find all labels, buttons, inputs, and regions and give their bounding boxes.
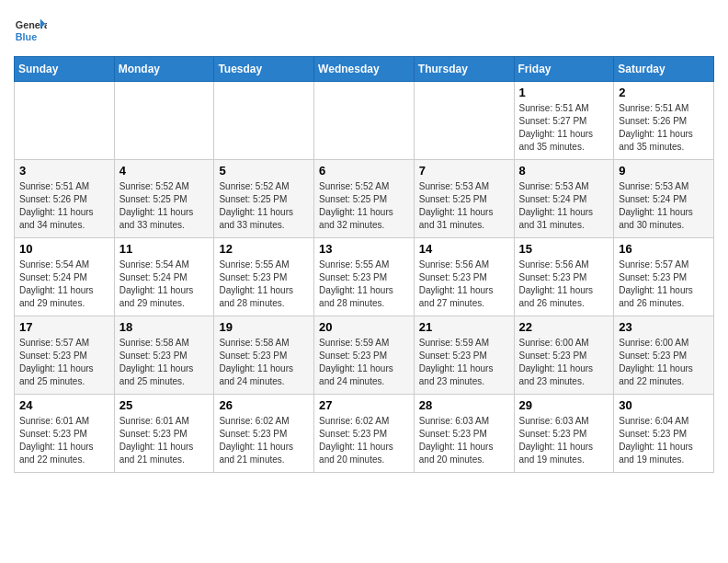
day-info: Sunrise: 5:57 AM Sunset: 5:23 PM Dayligh… [19,337,109,388]
calendar-cell [214,82,314,160]
weekday-header-friday: Friday [514,57,614,82]
weekday-header-saturday: Saturday [614,57,714,82]
calendar-cell: 13Sunrise: 5:55 AM Sunset: 5:23 PM Dayli… [314,238,415,316]
calendar-cell [114,82,214,160]
calendar-week-5: 24Sunrise: 6:01 AM Sunset: 5:23 PM Dayli… [15,395,714,473]
weekday-header-tuesday: Tuesday [214,57,314,82]
day-info: Sunrise: 5:57 AM Sunset: 5:23 PM Dayligh… [619,259,709,310]
day-info: Sunrise: 6:02 AM Sunset: 5:23 PM Dayligh… [219,415,309,466]
day-info: Sunrise: 6:03 AM Sunset: 5:23 PM Dayligh… [419,415,509,466]
calendar-cell: 16Sunrise: 5:57 AM Sunset: 5:23 PM Dayli… [614,238,714,316]
calendar-cell: 8Sunrise: 5:53 AM Sunset: 5:24 PM Daylig… [514,160,614,238]
day-info: Sunrise: 5:51 AM Sunset: 5:26 PM Dayligh… [19,180,109,232]
calendar-cell: 23Sunrise: 6:00 AM Sunset: 5:23 PM Dayli… [614,316,714,395]
day-info: Sunrise: 5:58 AM Sunset: 5:23 PM Dayligh… [119,337,210,388]
day-info: Sunrise: 5:53 AM Sunset: 5:24 PM Dayligh… [619,180,709,232]
day-info: Sunrise: 5:56 AM Sunset: 5:23 PM Dayligh… [419,259,509,310]
weekday-row: SundayMondayTuesdayWednesdayThursdayFrid… [15,57,714,82]
calendar-cell: 18Sunrise: 5:58 AM Sunset: 5:23 PM Dayli… [114,316,214,395]
page-header: GeneralBlue [14,14,714,47]
calendar-week-4: 17Sunrise: 5:57 AM Sunset: 5:23 PM Dayli… [15,316,714,395]
calendar-cell: 26Sunrise: 6:02 AM Sunset: 5:23 PM Dayli… [214,395,314,473]
day-number: 7 [419,164,509,178]
calendar-cell: 9Sunrise: 5:53 AM Sunset: 5:24 PM Daylig… [614,160,714,238]
day-info: Sunrise: 5:51 AM Sunset: 5:27 PM Dayligh… [519,102,609,154]
day-number: 6 [319,164,409,178]
calendar-table: SundayMondayTuesdayWednesdayThursdayFrid… [14,56,714,473]
calendar-cell: 5Sunrise: 5:52 AM Sunset: 5:25 PM Daylig… [214,160,314,238]
day-number: 1 [519,86,609,99]
day-number: 25 [119,398,210,412]
calendar-cell: 12Sunrise: 5:55 AM Sunset: 5:23 PM Dayli… [214,238,314,316]
calendar-cell [314,82,415,160]
calendar-cell: 3Sunrise: 5:51 AM Sunset: 5:26 PM Daylig… [15,160,115,238]
day-number: 26 [219,398,309,412]
calendar-cell: 2Sunrise: 5:51 AM Sunset: 5:26 PM Daylig… [614,82,714,160]
calendar-cell: 14Sunrise: 5:56 AM Sunset: 5:23 PM Dayli… [414,238,514,316]
calendar-cell: 10Sunrise: 5:54 AM Sunset: 5:24 PM Dayli… [15,238,115,316]
calendar-cell [414,82,514,160]
day-info: Sunrise: 6:01 AM Sunset: 5:23 PM Dayligh… [119,415,210,466]
day-number: 17 [19,320,109,334]
day-number: 15 [519,242,609,256]
calendar-cell: 24Sunrise: 6:01 AM Sunset: 5:23 PM Dayli… [15,395,115,473]
day-info: Sunrise: 5:52 AM Sunset: 5:25 PM Dayligh… [319,180,409,232]
day-number: 27 [319,398,409,412]
day-info: Sunrise: 5:51 AM Sunset: 5:26 PM Dayligh… [619,102,709,154]
day-number: 11 [119,242,210,256]
day-number: 23 [619,320,709,334]
day-info: Sunrise: 6:00 AM Sunset: 5:23 PM Dayligh… [619,337,709,388]
calendar-cell: 20Sunrise: 5:59 AM Sunset: 5:23 PM Dayli… [314,316,415,395]
calendar-cell: 17Sunrise: 5:57 AM Sunset: 5:23 PM Dayli… [15,316,115,395]
day-info: Sunrise: 5:56 AM Sunset: 5:23 PM Dayligh… [519,259,609,310]
day-info: Sunrise: 5:52 AM Sunset: 5:25 PM Dayligh… [119,180,210,232]
calendar-week-1: 1Sunrise: 5:51 AM Sunset: 5:27 PM Daylig… [15,82,714,160]
calendar-cell: 4Sunrise: 5:52 AM Sunset: 5:25 PM Daylig… [114,160,214,238]
calendar-cell: 21Sunrise: 5:59 AM Sunset: 5:23 PM Dayli… [414,316,514,395]
calendar-cell: 1Sunrise: 5:51 AM Sunset: 5:27 PM Daylig… [514,82,614,160]
day-number: 22 [519,320,609,334]
day-number: 14 [419,242,509,256]
calendar-week-3: 10Sunrise: 5:54 AM Sunset: 5:24 PM Dayli… [15,238,714,316]
logo: GeneralBlue [14,14,47,47]
calendar-cell: 6Sunrise: 5:52 AM Sunset: 5:25 PM Daylig… [314,160,415,238]
day-number: 2 [619,86,709,99]
weekday-header-wednesday: Wednesday [314,57,415,82]
calendar-cell: 19Sunrise: 5:58 AM Sunset: 5:23 PM Dayli… [214,316,314,395]
day-number: 4 [119,164,210,178]
calendar-header: SundayMondayTuesdayWednesdayThursdayFrid… [15,57,714,82]
day-number: 9 [619,164,709,178]
day-number: 19 [219,320,309,334]
calendar-cell: 7Sunrise: 5:53 AM Sunset: 5:25 PM Daylig… [414,160,514,238]
day-info: Sunrise: 6:02 AM Sunset: 5:23 PM Dayligh… [319,415,409,466]
calendar-cell: 15Sunrise: 5:56 AM Sunset: 5:23 PM Dayli… [514,238,614,316]
weekday-header-monday: Monday [114,57,214,82]
day-number: 5 [219,164,309,178]
day-info: Sunrise: 6:03 AM Sunset: 5:23 PM Dayligh… [519,415,609,466]
day-number: 16 [619,242,709,256]
day-info: Sunrise: 6:00 AM Sunset: 5:23 PM Dayligh… [519,337,609,388]
calendar-cell: 11Sunrise: 5:54 AM Sunset: 5:24 PM Dayli… [114,238,214,316]
day-number: 12 [219,242,309,256]
day-info: Sunrise: 5:59 AM Sunset: 5:23 PM Dayligh… [319,337,409,388]
day-number: 24 [19,398,109,412]
weekday-header-sunday: Sunday [15,57,115,82]
logo-icon: GeneralBlue [14,14,47,47]
day-info: Sunrise: 6:04 AM Sunset: 5:23 PM Dayligh… [619,415,709,466]
calendar-cell: 29Sunrise: 6:03 AM Sunset: 5:23 PM Dayli… [514,395,614,473]
day-info: Sunrise: 5:53 AM Sunset: 5:24 PM Dayligh… [519,180,609,232]
day-info: Sunrise: 6:01 AM Sunset: 5:23 PM Dayligh… [19,415,109,466]
calendar-cell: 25Sunrise: 6:01 AM Sunset: 5:23 PM Dayli… [114,395,214,473]
day-info: Sunrise: 5:54 AM Sunset: 5:24 PM Dayligh… [119,259,210,310]
day-info: Sunrise: 5:59 AM Sunset: 5:23 PM Dayligh… [419,337,509,388]
day-number: 30 [619,398,709,412]
calendar-cell: 22Sunrise: 6:00 AM Sunset: 5:23 PM Dayli… [514,316,614,395]
day-number: 13 [319,242,409,256]
calendar-body: 1Sunrise: 5:51 AM Sunset: 5:27 PM Daylig… [15,82,714,473]
day-number: 10 [19,242,109,256]
day-number: 8 [519,164,609,178]
calendar-cell [15,82,115,160]
day-info: Sunrise: 5:55 AM Sunset: 5:23 PM Dayligh… [219,259,309,310]
day-number: 28 [419,398,509,412]
day-number: 18 [119,320,210,334]
